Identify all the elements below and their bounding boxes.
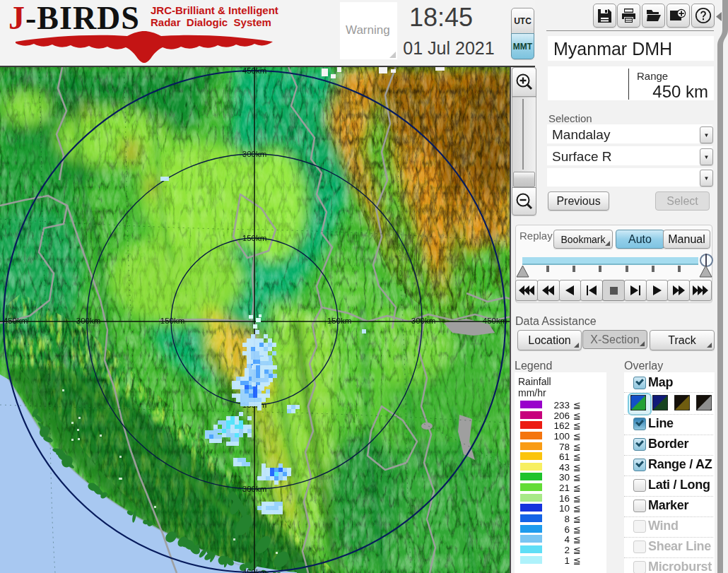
svg-text:450km: 450km [4, 317, 28, 325]
svg-text:300km: 300km [411, 317, 436, 325]
svg-text:450km: 450km [242, 568, 267, 573]
svg-text:300km: 300km [242, 150, 267, 158]
svg-text:150km: 150km [327, 317, 352, 325]
svg-text:150km: 150km [160, 317, 185, 325]
svg-text:450km: 450km [242, 67, 267, 75]
svg-text:300km: 300km [242, 485, 267, 493]
svg-text:300km: 300km [76, 317, 101, 325]
svg-text:150km: 150km [242, 234, 267, 242]
svg-text:450km: 450km [483, 317, 507, 325]
